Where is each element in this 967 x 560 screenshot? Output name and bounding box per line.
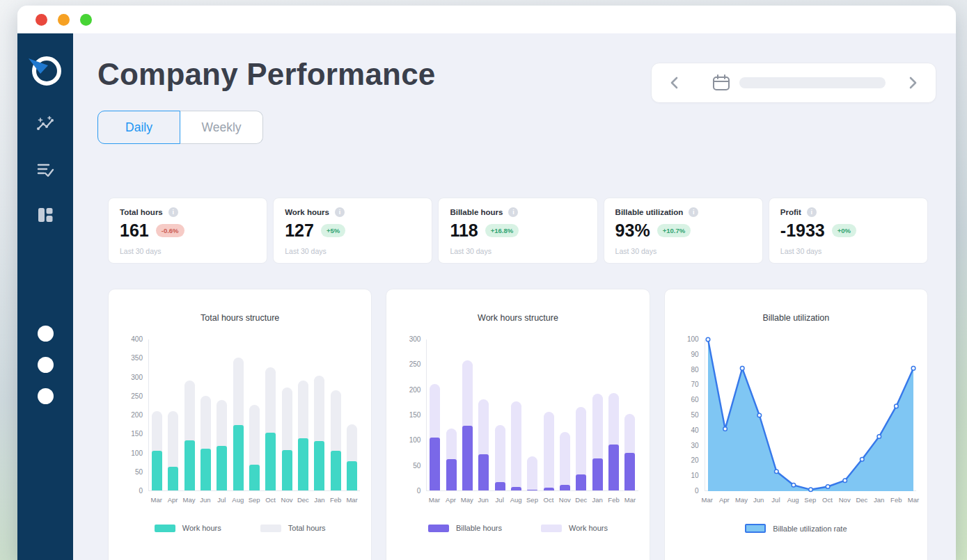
app-logo-timer-icon[interactable] (27, 51, 63, 88)
info-icon[interactable]: i (689, 207, 698, 217)
x-axis-label: Jan (874, 496, 884, 504)
y-axis-tick: 10 (691, 472, 699, 479)
y-axis-tick: 100 (409, 436, 421, 444)
x-axis-label: Sep (249, 496, 260, 504)
info-icon[interactable]: i (807, 207, 817, 217)
front-bar (608, 445, 619, 490)
front-bar (430, 438, 440, 490)
kpi-card: Billable hoursi118+16.8%Last 30 days (438, 198, 597, 264)
legend-item: Work hours (541, 524, 608, 532)
x-axis-label: Oct (822, 496, 833, 504)
x-axis-label: Oct (265, 496, 276, 504)
kpi-value: 118 (450, 221, 478, 241)
chart-card: Work hours structure050100150200250300Ma… (386, 289, 650, 560)
x-axis-label: Jul (217, 496, 226, 504)
kpi-label: Billable utilization (615, 208, 684, 216)
x-axis-label: Mar (701, 496, 712, 504)
legend-item: Total hours (260, 524, 326, 532)
sidebar-item-dashboard[interactable] (36, 206, 54, 224)
legend-swatch (541, 525, 562, 532)
sidebar-item-trends[interactable] (36, 115, 54, 134)
x-axis-label: Dec (575, 496, 587, 504)
user-avatar[interactable] (38, 388, 54, 404)
kpi-card: Total hoursi161-0.6%Last 30 days (108, 198, 267, 264)
calendar-icon[interactable] (712, 73, 731, 93)
tasks-checklist-icon (36, 161, 54, 179)
date-range-placeholder[interactable] (739, 77, 886, 88)
x-axis-label: Apr (719, 496, 730, 504)
y-axis-tick: 0 (417, 487, 421, 495)
tab-weekly[interactable]: Weekly (180, 111, 263, 144)
front-bar (331, 451, 341, 490)
y-axis-tick: 250 (409, 360, 421, 368)
x-axis-label: Nov (839, 496, 851, 504)
kpi-value: 93% (615, 221, 650, 241)
front-bar (446, 459, 457, 490)
front-bar (560, 485, 570, 490)
x-axis-label: Dec (297, 496, 309, 504)
x-axis-label: Jun (753, 496, 764, 504)
chart-legend: Billable hoursWork hours (386, 524, 649, 532)
front-bar (168, 467, 178, 490)
x-axis-label: Mar (908, 496, 919, 504)
x-axis-label: Sep (526, 496, 538, 504)
dashboard-icon (36, 206, 54, 224)
kpi-value: -1933 (780, 221, 825, 241)
sidebar-item-tasks[interactable] (36, 161, 54, 179)
front-bar (495, 482, 505, 490)
chart-card: Total hours structure0501001502002503003… (108, 289, 372, 560)
x-axis-label: Apr (446, 496, 456, 504)
front-bar (152, 451, 162, 490)
y-axis-tick: 200 (131, 411, 143, 419)
window-titlebar (17, 6, 956, 33)
y-axis-tick: 0 (139, 487, 143, 495)
x-axis-label: Mar (346, 496, 357, 504)
front-bar (217, 446, 227, 490)
kpi-row: Total hoursi161-0.6%Last 30 daysWork hou… (108, 198, 928, 264)
front-bar (201, 449, 211, 490)
info-icon[interactable]: i (508, 207, 518, 217)
tab-daily[interactable]: Daily (97, 111, 180, 144)
kpi-period: Last 30 days (615, 247, 751, 255)
legend-swatch (745, 524, 766, 533)
info-icon[interactable]: i (168, 207, 178, 217)
window-controls (36, 14, 92, 26)
user-avatar[interactable] (38, 326, 54, 342)
date-navigator (651, 63, 936, 103)
x-axis-label: Jul (496, 496, 504, 504)
x-axis-label: Aug (510, 496, 522, 504)
legend-item: Work hours (155, 524, 221, 532)
fullscreen-window-button[interactable] (80, 14, 92, 26)
front-bar (544, 488, 554, 490)
y-axis-tick: 70 (691, 381, 699, 388)
y-axis-tick: 400 (131, 335, 143, 343)
legend-label: Billable utilization rate (773, 525, 847, 533)
area-chart (705, 339, 916, 491)
close-window-button[interactable] (36, 14, 47, 26)
x-axis-label: Jan (314, 496, 324, 504)
x-axis-label: Nov (559, 496, 571, 504)
x-axis-label: Apr (168, 496, 178, 504)
user-avatar[interactable] (38, 357, 54, 373)
front-bar (347, 461, 357, 491)
chart-legend: Billable utilization rate (665, 524, 927, 533)
y-axis-tick: 30 (691, 442, 699, 449)
kpi-delta-badge: -0.6% (156, 224, 184, 237)
minimize-window-button[interactable] (58, 14, 70, 26)
y-axis-tick: 350 (131, 354, 143, 362)
main-content: Company Performance (73, 33, 956, 560)
charts-row: Total hours structure0501001502002503003… (108, 289, 928, 560)
info-icon[interactable]: i (335, 207, 345, 217)
chart-title: Work hours structure (386, 313, 649, 323)
x-axis-label: Feb (608, 496, 619, 504)
chart-plot: 050100150200250300 (426, 339, 638, 491)
x-axis-label: Aug (787, 496, 799, 504)
legend-swatch (155, 525, 175, 532)
kpi-period: Last 30 days (120, 247, 255, 255)
x-axis-labels: MarAprMayJunJulAugSepOctNovDecJanFebMar (426, 496, 638, 506)
y-axis-tick: 200 (409, 386, 421, 394)
kpi-value: 127 (285, 221, 314, 241)
next-period-button[interactable] (905, 75, 920, 90)
chart-plot: 050100150200250300350400 (148, 339, 360, 491)
prev-period-button[interactable] (667, 75, 682, 90)
